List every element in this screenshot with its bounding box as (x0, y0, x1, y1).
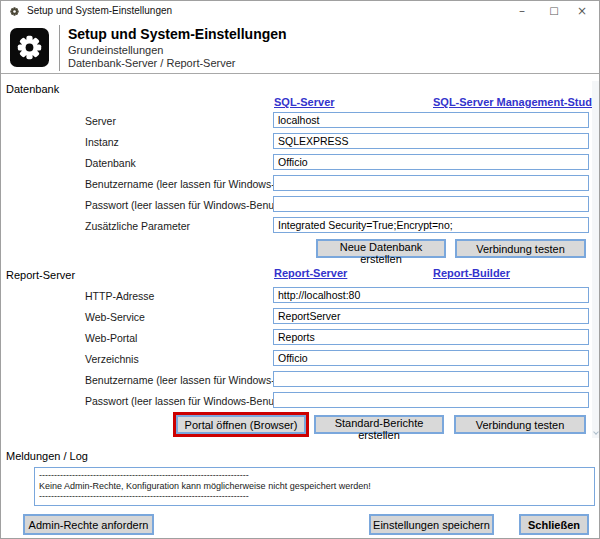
page-subtitle-1: Grundeinstellungen (68, 44, 163, 56)
field-label-web-portal: Web-Portal (85, 332, 137, 344)
field-label-server: Server (85, 115, 116, 127)
field-label-web-service: Web-Service (85, 311, 145, 323)
link-sql-server-management-studio[interactable]: SQL-Server Management-Studio (433, 96, 600, 108)
datenbank-input[interactable] (273, 154, 589, 170)
link-sql-server[interactable]: SQL-Server (274, 96, 335, 108)
log-line: ----------------------------------------… (39, 491, 590, 502)
titlebar: Setup und System-Einstellungen – □ × (1, 1, 599, 22)
instanz-input[interactable] (273, 133, 589, 149)
admin-rechte-anfordern-button[interactable]: Admin-Rechte anfordern (23, 514, 154, 535)
header-divider (1, 73, 600, 74)
web-portal-input[interactable] (273, 329, 589, 345)
verbindung-testen-db-button[interactable]: Verbindung testen (455, 239, 586, 258)
app-gear-icon (8, 5, 21, 18)
schliessen-button[interactable]: Schließen (519, 514, 589, 535)
section-label-meldungen-log: Meldungen / Log (6, 450, 88, 462)
field-label-verzeichnis: Verzeichnis (85, 353, 139, 365)
close-icon[interactable]: × (565, 1, 599, 22)
portal-oeffnen-button[interactable]: Portal öffnen (Browser) (176, 415, 306, 434)
gear-icon (10, 28, 49, 67)
log-textarea[interactable]: ----------------------------------------… (34, 467, 595, 506)
zusaetzliche-parameter-input[interactable] (273, 217, 589, 233)
benutzername-rs-input[interactable] (273, 371, 589, 387)
link-report-builder[interactable]: Report-Builder (433, 267, 510, 279)
field-label-zusaetzliche-parameter: Zusätzliche Parameter (85, 220, 190, 232)
field-label-passwort-rs: Passwort (leer lassen für Windows-Benutz… (85, 395, 295, 407)
passwort-db-input[interactable] (273, 196, 589, 212)
section-label-report-server: Report-Server (6, 269, 75, 281)
chevron-down-icon[interactable] (593, 429, 599, 435)
benutzername-db-input[interactable] (273, 175, 589, 191)
portal-button-highlight: Portal öffnen (Browser) (173, 412, 309, 437)
field-label-datenbank: Datenbank (85, 157, 136, 169)
minimize-button[interactable]: – (505, 1, 539, 22)
log-line: Keine Admin-Rechte, Konfiguration kann m… (39, 481, 590, 492)
section-label-datenbank: Datenbank (6, 83, 59, 95)
page-subtitle-2: Datenbank-Server / Report-Server (68, 57, 236, 69)
einstellungen-speichern-button[interactable]: Einstellungen speichern (369, 514, 494, 535)
log-line: ----------------------------------------… (39, 470, 590, 481)
field-label-http-adresse: HTTP-Adresse (85, 290, 154, 302)
server-input[interactable] (273, 112, 589, 128)
vertical-scrollbar[interactable] (592, 81, 600, 438)
link-report-server[interactable]: Report-Server (274, 267, 347, 279)
web-service-input[interactable] (273, 308, 589, 324)
setup-window: Setup und System-Einstellungen – □ × Set… (0, 0, 600, 539)
window-title: Setup und System-Einstellungen (27, 5, 172, 16)
field-label-passwort-db: Passwort (leer lassen für Windows-Benutz… (85, 199, 295, 211)
neue-datenbank-erstellen-button[interactable]: Neue Datenbank erstellen (316, 239, 446, 258)
header-separator (59, 25, 60, 71)
http-adresse-input[interactable] (273, 287, 589, 303)
page-title: Setup und System-Einstellungen (68, 26, 287, 42)
passwort-rs-input[interactable] (273, 392, 589, 408)
verbindung-testen-rs-button[interactable]: Verbindung testen (454, 415, 586, 434)
verzeichnis-input[interactable] (273, 350, 589, 366)
standard-berichte-erstellen-button[interactable]: Standard-Berichte erstellen (314, 415, 444, 434)
field-label-instanz: Instanz (85, 136, 119, 148)
